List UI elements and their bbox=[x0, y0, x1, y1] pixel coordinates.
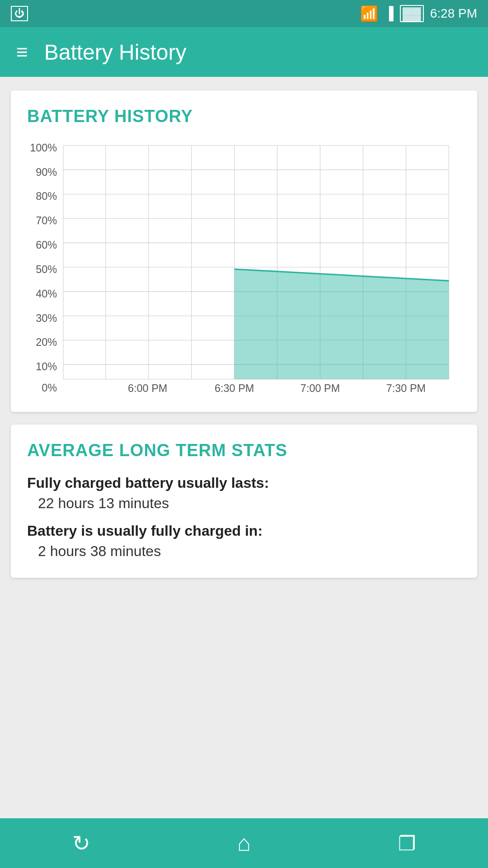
status-time: 6:28 PM bbox=[430, 6, 477, 21]
stats-card: AVERAGE LONG TERM STATS Fully charged ba… bbox=[11, 425, 477, 578]
power-icon: ⏻ bbox=[11, 6, 28, 21]
svg-text:20%: 20% bbox=[36, 336, 57, 348]
stat2-value: 2 hours 38 minutes bbox=[27, 543, 461, 560]
svg-text:80%: 80% bbox=[36, 190, 57, 202]
app-bar: ≡ Battery History bbox=[0, 27, 488, 77]
battery-history-title: BATTERY HISTORY bbox=[27, 107, 461, 126]
svg-text:70%: 70% bbox=[36, 215, 57, 226]
svg-text:7:30 PM: 7:30 PM bbox=[386, 382, 426, 394]
svg-marker-32 bbox=[235, 269, 449, 379]
svg-text:6:00 PM: 6:00 PM bbox=[128, 382, 167, 394]
stat1-label: Fully charged battery usually lasts: bbox=[27, 475, 461, 491]
status-bar-left: ⏻ bbox=[11, 6, 28, 21]
svg-text:7:00 PM: 7:00 PM bbox=[300, 382, 340, 394]
battery-chart: 100% 90% 80% 70% 60% 50% 40% 30% 20% 10%… bbox=[27, 141, 461, 394]
battery-icon: ▓▓ bbox=[400, 5, 424, 22]
svg-text:6:30 PM: 6:30 PM bbox=[215, 382, 254, 394]
recents-button[interactable]: ❐ bbox=[384, 827, 429, 859]
status-bar-right: 📶 ▐ ▓▓ 6:28 PM bbox=[360, 5, 477, 22]
stat2-label: Battery is usually fully charged in: bbox=[27, 523, 461, 539]
svg-text:90%: 90% bbox=[36, 166, 57, 178]
wifi-icon: 📶 bbox=[360, 5, 378, 22]
stat1-value: 22 hours 13 minutes bbox=[27, 495, 461, 512]
svg-text:60%: 60% bbox=[36, 239, 57, 251]
app-title: Battery History bbox=[44, 40, 187, 65]
back-button[interactable]: ↺ bbox=[59, 827, 104, 859]
home-button[interactable]: ⌂ bbox=[221, 827, 267, 859]
main-content: BATTERY HISTORY 100% 90% 80% 70% 60% 50%… bbox=[0, 77, 488, 818]
battery-history-card: BATTERY HISTORY 100% 90% 80% 70% 60% 50%… bbox=[11, 90, 477, 412]
battery-chart-container: 100% 90% 80% 70% 60% 50% 40% 30% 20% 10%… bbox=[27, 141, 461, 394]
svg-text:10%: 10% bbox=[36, 361, 57, 373]
svg-text:40%: 40% bbox=[36, 288, 57, 300]
svg-text:0%: 0% bbox=[42, 382, 57, 394]
signal-icon: ▐ bbox=[385, 6, 394, 21]
status-bar: ⏻ 📶 ▐ ▓▓ 6:28 PM bbox=[0, 0, 488, 27]
svg-text:100%: 100% bbox=[30, 142, 57, 154]
stats-card-title: AVERAGE LONG TERM STATS bbox=[27, 441, 461, 460]
svg-text:30%: 30% bbox=[36, 312, 57, 324]
menu-icon[interactable]: ≡ bbox=[16, 42, 28, 62]
svg-text:50%: 50% bbox=[36, 264, 57, 275]
bottom-nav: ↺ ⌂ ❐ bbox=[0, 818, 488, 868]
